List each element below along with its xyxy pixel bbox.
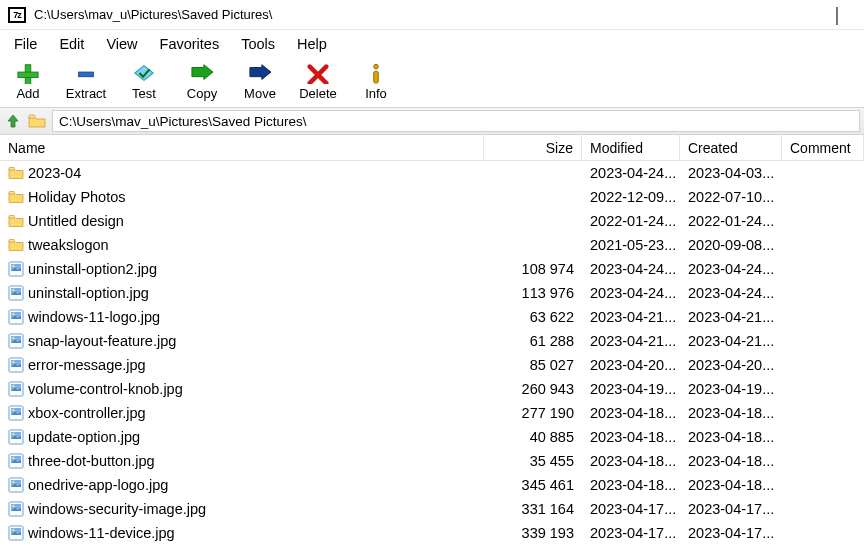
file-created: 2023-04-18... (680, 449, 782, 473)
folder-icon (8, 189, 24, 205)
svg-rect-0 (29, 115, 35, 118)
file-row[interactable]: 2023-042023-04-24...2023-04-03... (0, 161, 864, 185)
file-comment (782, 497, 864, 521)
file-name: uninstall-option.jpg (28, 285, 149, 301)
menu-help[interactable]: Help (287, 32, 337, 56)
file-modified: 2023-04-17... (582, 497, 680, 521)
add-button[interactable]: Add (4, 62, 52, 101)
file-comment (782, 257, 864, 281)
menu-file[interactable]: File (4, 32, 47, 56)
test-button[interactable]: Test (120, 62, 168, 101)
file-name: snap-layout-feature.jpg (28, 333, 176, 349)
file-comment (782, 185, 864, 209)
menu-tools[interactable]: Tools (231, 32, 285, 56)
file-row[interactable]: volume-control-knob.jpg260 9432023-04-19… (0, 377, 864, 401)
file-created: 2023-04-03... (680, 161, 782, 185)
file-comment (782, 473, 864, 497)
maximize-button[interactable] (836, 8, 850, 22)
column-created[interactable]: Created (680, 135, 782, 160)
file-row[interactable]: windows-11-device.jpg339 1932023-04-17..… (0, 521, 864, 545)
file-comment (782, 329, 864, 353)
file-modified: 2023-04-21... (582, 305, 680, 329)
delete-button[interactable]: Delete (294, 62, 342, 101)
image-file-icon (8, 405, 24, 421)
file-row[interactable]: error-message.jpg85 0272023-04-20...2023… (0, 353, 864, 377)
file-row[interactable]: windows-security-image.jpg331 1642023-04… (0, 497, 864, 521)
file-name: tweakslogon (28, 237, 109, 253)
column-name[interactable]: Name (0, 135, 484, 160)
file-modified: 2023-04-24... (582, 281, 680, 305)
copy-button[interactable]: Copy (178, 62, 226, 101)
file-size: 61 288 (484, 329, 582, 353)
file-modified: 2023-04-18... (582, 473, 680, 497)
add-icon (14, 62, 42, 84)
image-file-icon (8, 453, 24, 469)
minimize-button[interactable] (804, 8, 818, 22)
file-name: windows-security-image.jpg (28, 501, 206, 517)
file-created: 2023-04-18... (680, 473, 782, 497)
file-created: 2023-04-24... (680, 281, 782, 305)
file-created: 2023-04-24... (680, 257, 782, 281)
extract-button[interactable]: Extract (62, 62, 110, 101)
file-name: xbox-controller.jpg (28, 405, 146, 421)
file-row[interactable]: uninstall-option2.jpg108 9742023-04-24..… (0, 257, 864, 281)
file-row[interactable]: uninstall-option.jpg113 9762023-04-24...… (0, 281, 864, 305)
info-button[interactable]: Info (352, 62, 400, 101)
file-created: 2023-04-18... (680, 425, 782, 449)
app-icon: 7z (8, 7, 26, 23)
file-created: 2022-07-10... (680, 185, 782, 209)
toolbar: AddExtractTestCopyMoveDeleteInfo (0, 58, 864, 107)
file-size: 108 974 (484, 257, 582, 281)
file-modified: 2023-04-18... (582, 425, 680, 449)
file-row[interactable]: windows-11-logo.jpg63 6222023-04-21...20… (0, 305, 864, 329)
image-file-icon (8, 477, 24, 493)
image-file-icon (8, 429, 24, 445)
file-row[interactable]: onedrive-app-logo.jpg345 4612023-04-18..… (0, 473, 864, 497)
file-name: windows-11-logo.jpg (28, 309, 160, 325)
address-path-input[interactable]: C:\Users\mav_u\Pictures\Saved Pictures\ (52, 110, 860, 132)
image-file-icon (8, 285, 24, 301)
file-created: 2023-04-21... (680, 305, 782, 329)
file-size: 35 455 (484, 449, 582, 473)
file-comment (782, 209, 864, 233)
file-name: volume-control-knob.jpg (28, 381, 183, 397)
file-modified: 2023-04-21... (582, 329, 680, 353)
image-file-icon (8, 333, 24, 349)
file-name: three-dot-button.jpg (28, 453, 155, 469)
file-row[interactable]: Untitled design2022-01-24...2022-01-24..… (0, 209, 864, 233)
file-comment (782, 233, 864, 257)
address-bar: C:\Users\mav_u\Pictures\Saved Pictures\ (0, 107, 864, 135)
move-button[interactable]: Move (236, 62, 284, 101)
file-created: 2023-04-17... (680, 521, 782, 545)
file-modified: 2023-04-18... (582, 449, 680, 473)
file-row[interactable]: Holiday Photos2022-12-09...2022-07-10... (0, 185, 864, 209)
file-modified: 2023-04-17... (582, 521, 680, 545)
file-name: error-message.jpg (28, 357, 146, 373)
move-label: Move (244, 86, 276, 101)
file-comment (782, 305, 864, 329)
file-comment (782, 377, 864, 401)
column-size[interactable]: Size (484, 135, 582, 160)
menu-view[interactable]: View (96, 32, 147, 56)
menu-favorites[interactable]: Favorites (150, 32, 230, 56)
file-name: uninstall-option2.jpg (28, 261, 157, 277)
file-row[interactable]: xbox-controller.jpg277 1902023-04-18...2… (0, 401, 864, 425)
file-row[interactable]: update-option.jpg40 8852023-04-18...2023… (0, 425, 864, 449)
file-row[interactable]: snap-layout-feature.jpg61 2882023-04-21.… (0, 329, 864, 353)
column-comment[interactable]: Comment (782, 135, 864, 160)
file-row[interactable]: three-dot-button.jpg35 4552023-04-18...2… (0, 449, 864, 473)
file-created: 2023-04-19... (680, 377, 782, 401)
delete-icon (304, 62, 332, 84)
menu-edit[interactable]: Edit (49, 32, 94, 56)
file-row[interactable]: tweakslogon2021-05-23...2020-09-08... (0, 233, 864, 257)
up-button[interactable] (4, 112, 22, 130)
window-title: C:\Users\mav_u\Pictures\Saved Pictures\ (34, 7, 804, 22)
file-created: 2020-09-08... (680, 233, 782, 257)
column-modified[interactable]: Modified (582, 135, 680, 160)
file-list: 2023-042023-04-24...2023-04-03...Holiday… (0, 161, 864, 545)
file-modified: 2023-04-20... (582, 353, 680, 377)
file-created: 2023-04-20... (680, 353, 782, 377)
image-file-icon (8, 381, 24, 397)
file-size: 339 193 (484, 521, 582, 545)
image-file-icon (8, 525, 24, 541)
